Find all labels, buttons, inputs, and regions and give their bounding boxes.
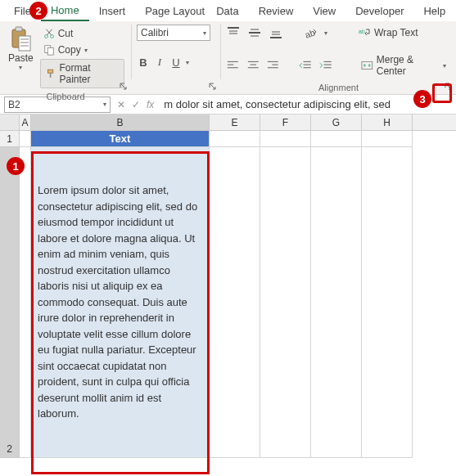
menu-help[interactable]: Help xyxy=(413,2,455,20)
font-name-value: Calibri xyxy=(141,27,169,38)
orientation-icon[interactable]: ab xyxy=(303,26,318,39)
chevron-down-icon: ▾ xyxy=(19,64,22,71)
copy-label: Copy xyxy=(58,44,81,56)
chevron-down-icon[interactable]: ▾ xyxy=(324,29,327,37)
cell-a1[interactable] xyxy=(20,131,31,147)
row-header-1[interactable]: 1 xyxy=(0,131,20,147)
cell-g2[interactable] xyxy=(311,147,362,458)
chevron-down-icon: ▾ xyxy=(84,47,88,54)
merge-icon xyxy=(361,60,373,71)
svg-text:ab: ab xyxy=(359,29,365,34)
menu-view[interactable]: View xyxy=(303,2,345,20)
svg-rect-2 xyxy=(19,36,30,51)
annotation-3-ring xyxy=(432,83,452,103)
wrap-text-label: Wrap Text xyxy=(374,27,418,38)
enter-icon[interactable]: ✓ xyxy=(132,99,140,110)
format-painter-label: Format Painter xyxy=(59,62,119,85)
cell-a2[interactable] xyxy=(20,147,31,458)
align-top-icon[interactable] xyxy=(226,26,241,39)
annotation-2: 2 xyxy=(29,2,47,20)
cell-b2[interactable]: Lorem ipsum dolor sit amet, consectetur … xyxy=(31,147,210,458)
col-header-b[interactable]: B xyxy=(31,115,210,130)
menu-insert[interactable]: Insert xyxy=(89,2,136,20)
svg-rect-11 xyxy=(47,47,53,55)
align-middle-icon[interactable] xyxy=(247,26,262,39)
col-header-h[interactable]: H xyxy=(362,115,413,130)
decrease-indent-icon[interactable] xyxy=(299,59,313,72)
cut-button[interactable]: Cut xyxy=(40,26,124,41)
merge-center-button[interactable]: Merge & Center ▾ xyxy=(356,52,451,79)
copy-icon xyxy=(43,44,55,56)
col-header-e[interactable]: E xyxy=(210,115,260,130)
menu-data[interactable]: Data xyxy=(206,2,248,20)
cell-f2[interactable] xyxy=(260,147,311,458)
launcher-icon xyxy=(120,83,128,91)
font-dialog-launcher[interactable] xyxy=(207,81,219,92)
launcher-icon xyxy=(209,83,217,91)
cell-h1[interactable] xyxy=(362,131,413,147)
paintbrush-icon xyxy=(46,68,56,79)
row-header-2[interactable]: 2 xyxy=(0,147,20,458)
col-header-a[interactable]: A xyxy=(20,115,31,130)
col-header-f[interactable]: F xyxy=(260,115,311,130)
column-headers: A B E F G H xyxy=(0,115,456,131)
clipboard-group: Paste ▾ Cut Copy ▾ Format Painter C xyxy=(0,21,131,94)
fx-icon[interactable]: fx xyxy=(147,99,154,110)
svg-line-8 xyxy=(47,29,52,35)
menu-page-layout[interactable]: Page Layout xyxy=(135,2,214,20)
align-left-icon[interactable] xyxy=(226,59,240,72)
chevron-down-icon[interactable]: ▾ xyxy=(186,59,189,66)
svg-point-6 xyxy=(44,35,47,38)
row-1: 1 Text xyxy=(0,131,456,147)
italic-button[interactable]: I xyxy=(153,56,166,69)
chevron-down-icon: ▾ xyxy=(203,29,206,37)
clipboard-dialog-launcher[interactable] xyxy=(118,81,129,92)
font-name-dropdown[interactable]: Calibri ▾ xyxy=(137,25,210,41)
menubar: File Home Insert Page Layout Data Review… xyxy=(0,0,456,21)
menu-home[interactable]: Home xyxy=(41,1,89,21)
font-group: Calibri ▾ B I U ▾ xyxy=(132,21,220,94)
ribbon: Paste ▾ Cut Copy ▾ Format Painter C xyxy=(0,21,456,95)
cell-g1[interactable] xyxy=(311,131,362,147)
cell-e1[interactable] xyxy=(210,131,260,147)
paste-button[interactable]: Paste ▾ xyxy=(5,25,37,90)
menu-developer[interactable]: Developer xyxy=(345,2,413,20)
cell-e2[interactable] xyxy=(210,147,260,458)
copy-button[interactable]: Copy ▾ xyxy=(40,43,124,57)
svg-line-9 xyxy=(46,29,51,35)
paste-label: Paste xyxy=(8,52,34,64)
annotation-3: 3 xyxy=(413,90,431,108)
col-header-g[interactable]: G xyxy=(311,115,362,130)
cell-h2[interactable] xyxy=(362,147,413,458)
svg-rect-12 xyxy=(47,70,52,73)
format-painter-button[interactable]: Format Painter xyxy=(40,59,124,88)
svg-rect-1 xyxy=(16,27,22,31)
underline-button[interactable]: U xyxy=(169,56,183,69)
cell-f1[interactable] xyxy=(260,131,311,147)
cut-label: Cut xyxy=(58,28,74,39)
row-2: 2 Lorem ipsum dolor sit amet, consectetu… xyxy=(0,147,456,458)
increase-indent-icon[interactable] xyxy=(319,59,333,72)
wrap-text-icon: ab xyxy=(358,27,371,38)
paste-icon xyxy=(9,26,32,52)
menu-review[interactable]: Review xyxy=(249,2,304,20)
font-group-label xyxy=(137,91,215,94)
bold-button[interactable]: B xyxy=(137,56,150,69)
merge-center-label: Merge & Center xyxy=(377,54,440,77)
formula-input[interactable]: m dolor sit amet, consectetur adipiscing… xyxy=(160,97,456,112)
annotation-1: 1 xyxy=(7,157,25,175)
alignment-group: ab ▾ ab Wrap Text Merge & Center xyxy=(221,21,456,94)
scissors-icon xyxy=(43,28,55,39)
align-right-icon[interactable] xyxy=(266,59,280,72)
grid: A B E F G H 1 Text 2 Lorem ipsum dolor s… xyxy=(0,115,456,458)
align-bottom-icon[interactable] xyxy=(269,26,283,39)
svg-point-7 xyxy=(50,35,53,38)
cell-b1[interactable]: Text xyxy=(31,131,210,147)
svg-rect-13 xyxy=(49,73,51,78)
chevron-down-icon: ▾ xyxy=(443,62,446,70)
align-center-icon[interactable] xyxy=(246,59,260,72)
wrap-text-button[interactable]: ab Wrap Text xyxy=(352,25,424,41)
select-all-corner[interactable] xyxy=(0,115,20,130)
clipboard-group-label: Clipboard xyxy=(5,90,126,103)
